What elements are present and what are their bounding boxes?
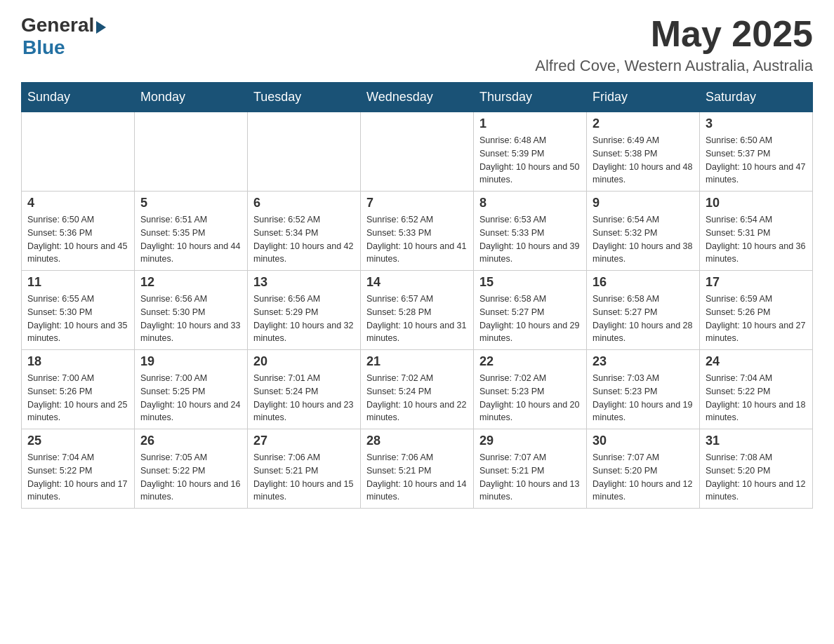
calendar-week-row: 11Sunrise: 6:55 AMSunset: 5:30 PMDayligh… [22, 271, 813, 350]
table-row: 24Sunrise: 7:04 AMSunset: 5:22 PMDayligh… [700, 350, 813, 429]
day-number: 22 [479, 354, 581, 369]
logo-text-general: General [21, 14, 94, 36]
day-info: Sunrise: 7:07 AMSunset: 5:21 PMDaylight:… [479, 451, 581, 504]
day-number: 13 [253, 275, 355, 290]
header-friday: Friday [587, 83, 700, 112]
header-wednesday: Wednesday [361, 83, 474, 112]
month-year-title: May 2025 [535, 14, 813, 54]
page-header: General Blue May 2025 Alfred Cove, Weste… [21, 14, 813, 75]
day-info: Sunrise: 6:52 AMSunset: 5:34 PMDaylight:… [253, 213, 355, 266]
day-number: 29 [479, 434, 581, 448]
table-row: 8Sunrise: 6:53 AMSunset: 5:33 PMDaylight… [474, 192, 587, 271]
table-row: 2Sunrise: 6:49 AMSunset: 5:38 PMDaylight… [587, 112, 700, 192]
day-number: 24 [706, 354, 807, 369]
title-section: May 2025 Alfred Cove, Western Australia,… [535, 14, 813, 75]
day-info: Sunrise: 7:05 AMSunset: 5:22 PMDaylight:… [140, 451, 241, 504]
day-number: 12 [140, 275, 241, 290]
day-info: Sunrise: 7:01 AMSunset: 5:24 PMDaylight:… [253, 372, 355, 424]
day-number: 19 [140, 354, 241, 369]
day-info: Sunrise: 6:59 AMSunset: 5:26 PMDaylight:… [706, 293, 807, 345]
table-row: 15Sunrise: 6:58 AMSunset: 5:27 PMDayligh… [474, 271, 587, 350]
table-row [135, 112, 248, 192]
table-row: 1Sunrise: 6:48 AMSunset: 5:39 PMDaylight… [474, 112, 587, 192]
table-row [248, 112, 361, 192]
day-info: Sunrise: 7:08 AMSunset: 5:20 PMDaylight:… [706, 451, 807, 504]
calendar-header-row: Sunday Monday Tuesday Wednesday Thursday… [22, 83, 813, 112]
day-info: Sunrise: 6:51 AMSunset: 5:35 PMDaylight:… [140, 213, 241, 266]
day-info: Sunrise: 6:53 AMSunset: 5:33 PMDaylight:… [479, 213, 581, 266]
day-info: Sunrise: 7:04 AMSunset: 5:22 PMDaylight:… [706, 372, 807, 424]
day-number: 1 [479, 116, 581, 131]
header-saturday: Saturday [700, 83, 813, 112]
table-row: 16Sunrise: 6:58 AMSunset: 5:27 PMDayligh… [587, 271, 700, 350]
day-info: Sunrise: 6:56 AMSunset: 5:29 PMDaylight:… [253, 293, 355, 345]
table-row: 23Sunrise: 7:03 AMSunset: 5:23 PMDayligh… [587, 350, 700, 429]
logo-text-blue: Blue [22, 36, 65, 59]
day-number: 20 [253, 354, 355, 369]
table-row: 3Sunrise: 6:50 AMSunset: 5:37 PMDaylight… [700, 112, 813, 192]
day-info: Sunrise: 6:52 AMSunset: 5:33 PMDaylight:… [366, 213, 468, 266]
day-number: 21 [366, 354, 468, 369]
day-info: Sunrise: 7:00 AMSunset: 5:26 PMDaylight:… [27, 372, 128, 424]
day-info: Sunrise: 7:07 AMSunset: 5:20 PMDaylight:… [593, 451, 694, 504]
table-row: 7Sunrise: 6:52 AMSunset: 5:33 PMDaylight… [361, 192, 474, 271]
table-row [22, 112, 135, 192]
logo: General Blue [21, 14, 106, 59]
day-number: 23 [593, 354, 694, 369]
table-row: 14Sunrise: 6:57 AMSunset: 5:28 PMDayligh… [361, 271, 474, 350]
day-number: 30 [593, 434, 694, 448]
table-row: 20Sunrise: 7:01 AMSunset: 5:24 PMDayligh… [248, 350, 361, 429]
table-row: 18Sunrise: 7:00 AMSunset: 5:26 PMDayligh… [22, 350, 135, 429]
day-number: 31 [706, 434, 807, 448]
day-number: 11 [27, 275, 128, 290]
table-row: 21Sunrise: 7:02 AMSunset: 5:24 PMDayligh… [361, 350, 474, 429]
table-row: 5Sunrise: 6:51 AMSunset: 5:35 PMDaylight… [135, 192, 248, 271]
header-tuesday: Tuesday [248, 83, 361, 112]
table-row: 9Sunrise: 6:54 AMSunset: 5:32 PMDaylight… [587, 192, 700, 271]
day-number: 10 [706, 196, 807, 210]
table-row: 4Sunrise: 6:50 AMSunset: 5:36 PMDaylight… [22, 192, 135, 271]
day-info: Sunrise: 7:02 AMSunset: 5:24 PMDaylight:… [366, 372, 468, 424]
day-number: 5 [140, 196, 241, 210]
day-number: 8 [479, 196, 581, 210]
day-number: 3 [706, 116, 807, 131]
day-info: Sunrise: 7:03 AMSunset: 5:23 PMDaylight:… [593, 372, 694, 424]
calendar-week-row: 25Sunrise: 7:04 AMSunset: 5:22 PMDayligh… [22, 429, 813, 509]
table-row [361, 112, 474, 192]
day-number: 27 [253, 434, 355, 448]
table-row: 26Sunrise: 7:05 AMSunset: 5:22 PMDayligh… [135, 429, 248, 509]
day-info: Sunrise: 6:49 AMSunset: 5:38 PMDaylight:… [593, 134, 694, 187]
day-number: 17 [706, 275, 807, 290]
day-number: 2 [593, 116, 694, 131]
day-info: Sunrise: 7:00 AMSunset: 5:25 PMDaylight:… [140, 372, 241, 424]
day-number: 7 [366, 196, 468, 210]
table-row: 13Sunrise: 6:56 AMSunset: 5:29 PMDayligh… [248, 271, 361, 350]
day-info: Sunrise: 6:54 AMSunset: 5:31 PMDaylight:… [706, 213, 807, 266]
table-row: 28Sunrise: 7:06 AMSunset: 5:21 PMDayligh… [361, 429, 474, 509]
calendar-week-row: 4Sunrise: 6:50 AMSunset: 5:36 PMDaylight… [22, 192, 813, 271]
header-thursday: Thursday [474, 83, 587, 112]
calendar-week-row: 1Sunrise: 6:48 AMSunset: 5:39 PMDaylight… [22, 112, 813, 192]
day-number: 15 [479, 275, 581, 290]
table-row: 25Sunrise: 7:04 AMSunset: 5:22 PMDayligh… [22, 429, 135, 509]
day-info: Sunrise: 6:58 AMSunset: 5:27 PMDaylight:… [593, 293, 694, 345]
calendar-week-row: 18Sunrise: 7:00 AMSunset: 5:26 PMDayligh… [22, 350, 813, 429]
day-info: Sunrise: 7:02 AMSunset: 5:23 PMDaylight:… [479, 372, 581, 424]
day-number: 14 [366, 275, 468, 290]
day-number: 9 [593, 196, 694, 210]
header-monday: Monday [135, 83, 248, 112]
day-info: Sunrise: 6:56 AMSunset: 5:30 PMDaylight:… [140, 293, 241, 345]
day-info: Sunrise: 6:50 AMSunset: 5:36 PMDaylight:… [27, 213, 128, 266]
table-row: 30Sunrise: 7:07 AMSunset: 5:20 PMDayligh… [587, 429, 700, 509]
day-number: 28 [366, 434, 468, 448]
table-row: 31Sunrise: 7:08 AMSunset: 5:20 PMDayligh… [700, 429, 813, 509]
location-subtitle: Alfred Cove, Western Australia, Australi… [535, 57, 813, 75]
day-info: Sunrise: 6:57 AMSunset: 5:28 PMDaylight:… [366, 293, 468, 345]
table-row: 17Sunrise: 6:59 AMSunset: 5:26 PMDayligh… [700, 271, 813, 350]
table-row: 29Sunrise: 7:07 AMSunset: 5:21 PMDayligh… [474, 429, 587, 509]
day-info: Sunrise: 7:06 AMSunset: 5:21 PMDaylight:… [366, 451, 468, 504]
table-row: 11Sunrise: 6:55 AMSunset: 5:30 PMDayligh… [22, 271, 135, 350]
day-number: 16 [593, 275, 694, 290]
table-row: 19Sunrise: 7:00 AMSunset: 5:25 PMDayligh… [135, 350, 248, 429]
day-number: 26 [140, 434, 241, 448]
